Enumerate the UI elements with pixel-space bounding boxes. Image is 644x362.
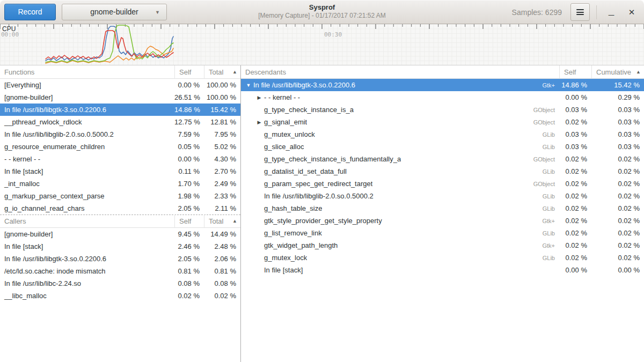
- self-column-header[interactable]: Self: [559, 65, 591, 79]
- function-name: In file /usr/lib/libc-2.24.so: [0, 279, 174, 287]
- function-row[interactable]: g_io_channel_read_chars2.05 %2.11 %: [0, 202, 240, 215]
- cumulative-value: 0.02 %: [591, 204, 644, 212]
- total-value: 2.33 %: [204, 192, 240, 200]
- function-name: [gnome-builder]: [0, 230, 174, 238]
- total-value: 15.42 %: [204, 106, 240, 114]
- self-value: 0.02 %: [559, 155, 591, 163]
- function-name: In file /usr/lib/libglib-2.0.so.0.5000.2: [264, 192, 374, 200]
- caller-row[interactable]: In file [stack]2.46 %2.48 %: [0, 240, 240, 253]
- total-value: 0.08 %: [204, 279, 240, 287]
- self-value: 0.02 %: [559, 217, 591, 225]
- header-separator: [596, 5, 597, 19]
- descendant-row[interactable]: g_mutex_lockGLib0.02 %0.02 %: [241, 252, 644, 264]
- tree-cell: g_param_spec_get_redirect_targetGObject: [241, 180, 559, 188]
- caller-row[interactable]: In file /usr/lib/libgtk-3.so.0.2200.62.0…: [0, 253, 240, 265]
- cpu-graph[interactable]: CPU 00:00 00:30: [0, 24, 644, 65]
- self-value: 0.02 %: [559, 254, 591, 262]
- process-selector-dropdown[interactable]: gnome-builder ▼: [62, 4, 167, 20]
- total-column-header[interactable]: Total ▲: [204, 215, 240, 228]
- total-value: 14.49 %: [204, 230, 240, 238]
- descendants-table-header: Descendants Self Cumulative ▲: [241, 65, 644, 79]
- self-value: 2.05 %: [174, 255, 204, 263]
- right-pane-empty-area: [241, 276, 644, 362]
- descendant-row[interactable]: ▼In file /usr/lib/libgtk-3.so.0.2200.6Gt…: [241, 79, 644, 91]
- function-row[interactable]: In file [stack]0.11 %2.70 %: [0, 165, 240, 178]
- function-name: [Everything]: [0, 81, 174, 89]
- descendant-row[interactable]: ▶g_signal_emitGObject0.02 %0.03 %: [241, 116, 644, 128]
- descendant-row[interactable]: g_list_remove_linkGLib0.02 %0.02 %: [241, 227, 644, 239]
- caller-row[interactable]: __libc_malloc0.02 %0.02 %: [0, 290, 240, 302]
- total-column-header[interactable]: Total ▲: [204, 65, 240, 79]
- function-name: g_type_check_instance_is_a: [264, 106, 354, 114]
- function-name: g_list_remove_link: [264, 229, 322, 237]
- minimize-button[interactable]: ─: [603, 4, 619, 20]
- cumulative-column-label: Cumulative: [596, 65, 631, 79]
- function-row[interactable]: g_resource_enumerate_children0.05 %5.02 …: [0, 141, 240, 153]
- descendant-row[interactable]: g_param_spec_get_redirect_targetGObject0…: [241, 178, 644, 190]
- cumulative-value: 0.03 %: [591, 130, 644, 138]
- descendants-column-header[interactable]: Descendants: [241, 65, 559, 79]
- total-value: 4.30 %: [204, 155, 240, 163]
- total-value: 2.49 %: [204, 180, 240, 188]
- descendant-row[interactable]: g_datalist_id_set_data_fullGLib0.02 %0.0…: [241, 165, 644, 178]
- function-row[interactable]: In file /usr/lib/libglib-2.0.so.0.5000.2…: [0, 128, 240, 141]
- callers-rows: [gnome-builder]9.45 %14.49 %In file [sta…: [0, 228, 240, 302]
- tree-cell: g_type_check_instance_is_aGObject: [241, 106, 559, 114]
- descendant-row[interactable]: g_type_check_instance_is_fundamentally_a…: [241, 153, 644, 165]
- function-row[interactable]: [Everything]0.00 %100.00 %: [0, 79, 240, 91]
- function-row[interactable]: In file /usr/lib/libgtk-3.so.0.2200.614.…: [0, 104, 240, 116]
- functions-table: Functions Self Total ▲ [Everything]0.00 …: [0, 65, 240, 215]
- total-value: 2.06 %: [204, 255, 240, 263]
- function-name: In file /usr/lib/libglib-2.0.so.0.5000.2: [0, 130, 174, 138]
- sort-ascending-icon: ▲: [636, 65, 641, 79]
- hamburger-icon: [576, 8, 584, 17]
- self-column-header[interactable]: Self: [174, 215, 204, 228]
- self-column-header[interactable]: Self: [174, 65, 204, 79]
- functions-rows: [Everything]0.00 %100.00 %[gnome-builder…: [0, 79, 240, 215]
- descendant-row[interactable]: g_hash_table_sizeGLib0.02 %0.02 %: [241, 202, 644, 215]
- descendant-row[interactable]: In file /usr/lib/libglib-2.0.so.0.5000.2…: [241, 190, 644, 202]
- function-row[interactable]: g_markup_parse_context_parse1.98 %2.33 %: [0, 190, 240, 202]
- library-tag: Gtk+: [542, 82, 559, 88]
- function-row[interactable]: _int_malloc1.70 %2.49 %: [0, 178, 240, 190]
- self-value: 0.00 %: [174, 155, 204, 163]
- close-button[interactable]: ✕: [624, 4, 640, 20]
- function-name: g_signal_emit: [264, 118, 307, 126]
- function-row[interactable]: [gnome-builder]26.51 %100.00 %: [0, 91, 240, 104]
- functions-column-header[interactable]: Functions: [0, 65, 174, 79]
- total-value: 2.48 %: [204, 242, 240, 250]
- cumulative-value: 0.02 %: [591, 180, 644, 188]
- descendant-row[interactable]: g_mutex_unlockGLib0.03 %0.03 %: [241, 128, 644, 141]
- callers-column-header[interactable]: Callers: [0, 215, 174, 228]
- self-value: 0.00 %: [559, 93, 591, 101]
- library-tag: GLib: [543, 168, 559, 175]
- descendant-row[interactable]: g_type_check_instance_is_aGObject0.03 %0…: [241, 104, 644, 116]
- descendant-row[interactable]: In file [stack]0.00 %0.00 %: [241, 264, 644, 276]
- caller-row[interactable]: In file /usr/lib/libc-2.24.so0.08 %0.08 …: [0, 277, 240, 290]
- descendant-row[interactable]: gtk_style_provider_get_style_propertyGtk…: [241, 215, 644, 227]
- self-value: 2.05 %: [174, 204, 204, 212]
- descendant-row[interactable]: g_slice_allocGLib0.03 %0.03 %: [241, 141, 644, 153]
- tree-cell: gtk_style_provider_get_style_propertyGtk…: [241, 217, 559, 225]
- tree-cell: g_hash_table_sizeGLib: [241, 204, 559, 212]
- self-value: 0.02 %: [559, 192, 591, 200]
- cumulative-value: 0.02 %: [591, 217, 644, 225]
- expander-closed-icon[interactable]: ▶: [255, 95, 264, 100]
- left-pane-empty-area: [0, 302, 240, 362]
- self-value: 0.02 %: [559, 180, 591, 188]
- descendant-row[interactable]: gtk_widget_path_lengthGtk+0.02 %0.02 %: [241, 239, 644, 252]
- cumulative-value: 15.42 %: [591, 81, 644, 89]
- function-row[interactable]: - - kernel - -0.00 %4.30 %: [0, 153, 240, 165]
- descendant-row[interactable]: ▶- - kernel - -0.00 %0.29 %: [241, 91, 644, 104]
- cumulative-value: 0.02 %: [591, 254, 644, 262]
- expander-closed-icon[interactable]: ▶: [255, 120, 264, 125]
- cumulative-column-header[interactable]: Cumulative ▲: [591, 65, 644, 79]
- function-row[interactable]: __pthread_rwlock_rdlock12.75 %12.81 %: [0, 116, 240, 128]
- expander-open-icon[interactable]: ▼: [244, 83, 253, 88]
- record-button[interactable]: Record: [4, 4, 56, 20]
- caller-row[interactable]: /etc/ld.so.cache: inode mismatch0.81 %0.…: [0, 265, 240, 277]
- caller-row[interactable]: [gnome-builder]9.45 %14.49 %: [0, 228, 240, 240]
- function-name: g_hash_table_size: [264, 204, 322, 212]
- menu-button[interactable]: [570, 3, 590, 21]
- tree-cell: In file [stack]: [241, 266, 559, 274]
